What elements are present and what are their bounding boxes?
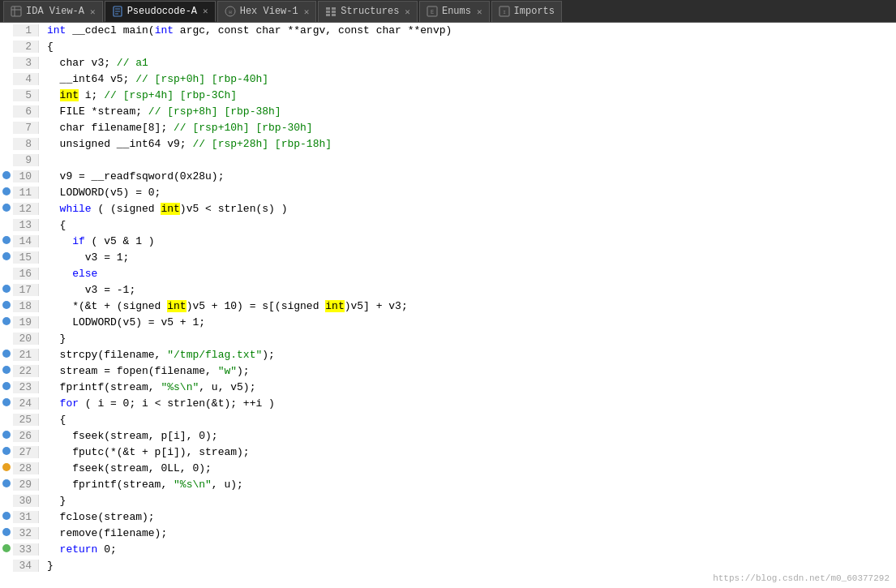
line-code-2: {: [39, 39, 896, 55]
line-dot-23: [0, 380, 13, 390]
line-num-34: 34: [13, 560, 39, 572]
tab-ida-view-close[interactable]: ✕: [90, 6, 96, 17]
imports-icon: I: [499, 6, 510, 17]
line-dot-18: [0, 299, 13, 309]
code-line-9: 9: [0, 152, 896, 169]
line-code-34: }: [39, 558, 896, 574]
tab-pseudocode-close[interactable]: ✕: [203, 6, 208, 16]
code-line-16: 16 else: [0, 266, 896, 282]
code-line-13: 13 {: [0, 217, 896, 234]
svg-text:E: E: [431, 9, 434, 15]
line-num-1: 1: [13, 24, 39, 36]
tab-ida-view-label: IDA View-A: [26, 6, 84, 17]
tab-bar: IDA View-A ✕ Pseudocode-A ✕ H Hex View-1…: [0, 0, 896, 23]
code-line-29: 29 fprintf(stream, "%s\n", u);: [0, 477, 896, 493]
line-dot-9: [0, 161, 13, 163]
line-num-31: 31: [13, 511, 39, 523]
svg-text:H: H: [229, 10, 232, 15]
line-num-4: 4: [13, 73, 39, 85]
svg-text:I: I: [503, 10, 506, 15]
code-line-11: 11 LODWORD(v5) = 0;: [0, 185, 896, 201]
line-code-29: fprintf(stream, "%s\n", u);: [39, 477, 896, 493]
line-code-27: fputc(*(&t + p[i]), stream);: [39, 444, 896, 461]
tab-pseudocode[interactable]: Pseudocode-A ✕: [105, 1, 216, 22]
line-num-10: 10: [13, 170, 39, 182]
line-dot-27: [0, 445, 13, 455]
line-num-18: 18: [13, 300, 39, 312]
line-code-9: [39, 152, 896, 169]
tab-hex-view-close[interactable]: ✕: [304, 6, 310, 17]
code-area[interactable]: 1 int __cdecl main(int argc, const char …: [0, 23, 896, 588]
svg-rect-11: [326, 14, 330, 16]
code-line-19: 19 LODWORD(v5) = v5 + 1;: [0, 315, 896, 331]
svg-rect-13: [332, 11, 336, 13]
svg-rect-10: [326, 11, 330, 13]
line-dot-34: [0, 567, 13, 569]
svg-rect-14: [332, 14, 336, 16]
code-line-30: 30 }: [0, 493, 896, 509]
line-num-16: 16: [13, 268, 39, 280]
code-line-27: 27 fputc(*(&t + p[i]), stream);: [0, 444, 896, 461]
line-dot-14: [0, 234, 13, 244]
code-line-33: 33 return 0;: [0, 542, 896, 558]
line-dot-28: [0, 461, 13, 471]
line-code-23: fprintf(stream, "%s\n", u, v5);: [39, 380, 896, 396]
svg-rect-0: [11, 6, 21, 16]
line-code-31: fclose(stream);: [39, 509, 896, 526]
line-num-32: 32: [13, 527, 39, 539]
line-dot-21: [0, 348, 13, 358]
line-num-22: 22: [13, 365, 39, 377]
code-line-25: 25 {: [0, 412, 896, 428]
line-dot-15: [0, 251, 13, 260]
tab-imports[interactable]: I Imports: [491, 1, 562, 22]
code-line-1: 1 int __cdecl main(int argc, const char …: [0, 23, 896, 39]
line-code-16: else: [39, 266, 896, 282]
line-code-21: strcpy(filename, "/tmp/flag.txt");: [39, 347, 896, 363]
svg-rect-9: [326, 7, 330, 10]
tab-enums-close[interactable]: ✕: [477, 6, 482, 17]
line-code-3: char v3; // a1: [39, 55, 896, 71]
line-dot-29: [0, 478, 13, 487]
line-num-24: 24: [13, 397, 39, 410]
line-num-7: 7: [13, 122, 39, 134]
tab-ida-view[interactable]: IDA View-A ✕: [3, 1, 103, 22]
line-num-2: 2: [13, 41, 39, 53]
line-num-11: 11: [13, 187, 39, 199]
line-dot-6: [0, 113, 13, 114]
code-line-34: 34 }: [0, 558, 896, 574]
line-code-25: {: [39, 412, 896, 428]
line-code-19: LODWORD(v5) = v5 + 1;: [39, 315, 896, 331]
code-line-28: 28 fseek(stream, 0LL, 0);: [0, 461, 896, 477]
code-line-23: 23 fprintf(stream, "%s\n", u, v5);: [0, 380, 896, 396]
tab-hex-view[interactable]: H Hex View-1 ✕: [217, 1, 317, 22]
line-code-12: while ( (signed int)v5 < strlen(s) ): [39, 201, 896, 217]
line-dot-8: [0, 145, 13, 147]
line-code-13: {: [39, 217, 896, 234]
line-num-8: 8: [13, 138, 39, 150]
code-line-10: 10 v9 = __readfsqword(0x28u);: [0, 169, 896, 185]
line-num-5: 5: [13, 89, 39, 101]
line-dot-17: [0, 283, 13, 293]
tab-structures[interactable]: Structures ✕: [318, 1, 418, 22]
line-num-23: 23: [13, 381, 39, 393]
code-line-32: 32 remove(filename);: [0, 526, 896, 542]
line-code-26: fseek(stream, p[i], 0);: [39, 428, 896, 444]
line-dot-11: [0, 186, 13, 195]
svg-rect-12: [332, 7, 336, 10]
enums-icon: E: [427, 6, 438, 17]
tab-imports-label: Imports: [514, 6, 555, 17]
line-num-3: 3: [13, 57, 39, 69]
tab-structures-label: Structures: [341, 6, 399, 17]
ida-view-icon: [11, 6, 22, 17]
code-line-2: 2 {: [0, 39, 896, 55]
tab-enums[interactable]: E Enums ✕: [419, 1, 490, 22]
line-num-6: 6: [13, 105, 39, 118]
code-line-6: 6 FILE *stream; // [rsp+8h] [rbp-38h]: [0, 104, 896, 120]
line-dot-4: [0, 80, 13, 82]
line-code-33: return 0;: [39, 542, 896, 558]
line-dot-10: [0, 170, 13, 179]
hex-view-icon: H: [225, 6, 236, 17]
line-code-5: int i; // [rsp+4h] [rbp-3Ch]: [39, 88, 896, 104]
line-code-17: v3 = -1;: [39, 282, 896, 298]
tab-structures-close[interactable]: ✕: [405, 6, 410, 17]
